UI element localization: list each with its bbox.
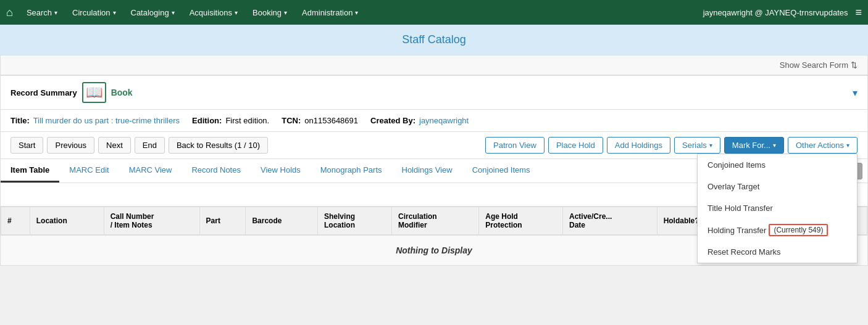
record-summary-bar: Record Summary 📖 Book ▾ bbox=[0, 75, 868, 110]
tab-conjoined-items[interactable]: Conjoined Items bbox=[462, 159, 540, 183]
tab-view-holds[interactable]: View Holds bbox=[251, 159, 311, 183]
col-age-hold-protection: Age HoldProtection bbox=[479, 207, 563, 235]
tab-record-notes[interactable]: Record Notes bbox=[182, 159, 250, 183]
previous-button[interactable]: Previous bbox=[47, 137, 94, 154]
mark-for-dropdown: Mark For... ▾ bbox=[724, 137, 784, 154]
user-info: jayneqawright @ JAYNEQ-trnsrvupdates bbox=[703, 8, 848, 17]
next-button[interactable]: Next bbox=[98, 137, 131, 154]
other-actions-button[interactable]: Other Actions ▾ bbox=[788, 137, 858, 154]
start-button[interactable]: Start bbox=[10, 137, 43, 154]
home-icon[interactable]: ⌂ bbox=[6, 6, 13, 19]
dropdown-item-conjoined-items[interactable]: Conjoined Items bbox=[698, 154, 857, 176]
tab-holdings-view[interactable]: Holdings View bbox=[392, 159, 462, 183]
dropdown-item-holding-transfer[interactable]: Holding Transfer (Currently 549) bbox=[698, 219, 857, 241]
nav-item-circulation[interactable]: Circulation ▾ bbox=[66, 3, 122, 22]
nav-item-acquisitions[interactable]: Acquisitions ▾ bbox=[183, 3, 244, 22]
other-actions-dropdown: Other Actions ▾ Conjoined Items Overlay … bbox=[788, 137, 858, 154]
book-type-label: Book bbox=[111, 88, 133, 97]
col-call-number: Call Number/ Item Notes bbox=[104, 207, 199, 235]
search-form-bar: Show Search Form ⇅ bbox=[0, 55, 868, 75]
holding-transfer-badge: (Currently 549) bbox=[769, 224, 828, 236]
dropdown-item-title-hold-transfer[interactable]: Title Hold Transfer bbox=[698, 197, 857, 219]
col-active-date: Active/Cre...Date bbox=[562, 207, 657, 235]
record-summary-label: Record Summary bbox=[10, 88, 77, 97]
nav-items: Search ▾ Circulation ▾ Cataloging ▾ Acqu… bbox=[20, 3, 703, 22]
title-row: Title: Till murder do us part : true-cri… bbox=[0, 110, 868, 132]
title-field: Title: Till murder do us part : true-cri… bbox=[10, 116, 180, 125]
tcn-value: on1153648691 bbox=[304, 116, 358, 125]
back-to-results-button[interactable]: Back to Results (1 / 10) bbox=[169, 137, 268, 154]
add-holdings-button[interactable]: Add Holdings bbox=[607, 137, 670, 154]
col-barcode: Barcode bbox=[246, 207, 318, 235]
edition-value: First edition. bbox=[225, 116, 269, 125]
title-link[interactable]: Till murder do us part : true-crime thri… bbox=[33, 116, 180, 125]
created-by-link[interactable]: jayneqawright bbox=[419, 116, 469, 125]
action-row: Start Previous Next End Back to Results … bbox=[0, 132, 868, 159]
book-icon: 📖 bbox=[82, 82, 106, 103]
mark-for-button[interactable]: Mark For... ▾ bbox=[724, 137, 784, 154]
tab-item-table[interactable]: Item Table bbox=[1, 159, 59, 183]
show-search-form-button[interactable]: Show Search Form ⇅ bbox=[780, 60, 858, 70]
serials-button[interactable]: Serials ▾ bbox=[674, 137, 720, 154]
tab-marc-view[interactable]: MARC View bbox=[119, 159, 182, 183]
record-summary-left: Record Summary 📖 Book bbox=[10, 82, 133, 103]
col-location: Location bbox=[30, 207, 104, 235]
place-hold-button[interactable]: Place Hold bbox=[548, 137, 603, 154]
tab-monograph-parts[interactable]: Monograph Parts bbox=[311, 159, 392, 183]
edition-field: Edition: First edition. bbox=[192, 116, 269, 125]
other-actions-menu: Conjoined Items Overlay Target Title Hol… bbox=[697, 154, 858, 263]
tcn-field: TCN: on1153648691 bbox=[282, 116, 358, 125]
staff-catalog-banner: Staff Catalog bbox=[0, 25, 868, 55]
col-shelving-location: ShelvingLocation bbox=[318, 207, 392, 235]
col-circulation-modifier: CirculationModifier bbox=[391, 207, 478, 235]
nav-item-administration[interactable]: Administration ▾ bbox=[296, 3, 364, 22]
top-navigation: ⌂ Search ▾ Circulation ▾ Cataloging ▾ Ac… bbox=[0, 0, 868, 25]
nav-right: jayneqawright @ JAYNEQ-trnsrvupdates ≡ bbox=[703, 6, 862, 19]
col-hash: # bbox=[1, 207, 30, 235]
end-button[interactable]: End bbox=[135, 137, 165, 154]
serials-dropdown: Serials ▾ bbox=[674, 137, 720, 154]
patron-view-button[interactable]: Patron View bbox=[485, 137, 545, 154]
dropdown-item-reset-record-marks[interactable]: Reset Record Marks bbox=[698, 241, 857, 263]
nav-item-cataloging[interactable]: Cataloging ▾ bbox=[125, 3, 181, 22]
hamburger-icon[interactable]: ≡ bbox=[855, 6, 862, 19]
tab-marc-edit[interactable]: MARC Edit bbox=[59, 159, 119, 183]
nav-item-booking[interactable]: Booking ▾ bbox=[246, 3, 293, 22]
created-by-field: Created By: jayneqawright bbox=[370, 116, 469, 125]
nav-item-search[interactable]: Search ▾ bbox=[20, 3, 64, 22]
dropdown-item-overlay-target[interactable]: Overlay Target bbox=[698, 176, 857, 197]
col-part: Part bbox=[199, 207, 246, 235]
record-summary-chevron[interactable]: ▾ bbox=[853, 87, 858, 99]
